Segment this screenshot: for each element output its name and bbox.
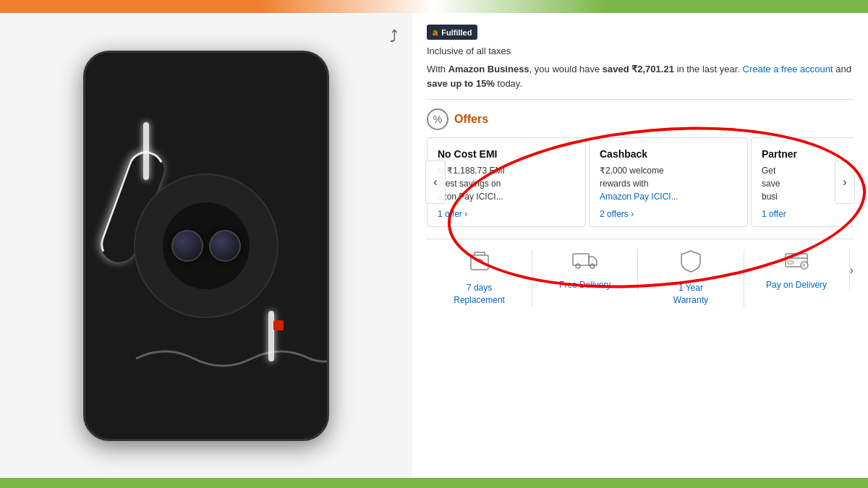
carousel-next-button[interactable]: › — [835, 160, 855, 204]
phone-image — [83, 51, 329, 441]
warranty-icon — [680, 249, 702, 278]
carousel-prev-button[interactable]: ‹ — [425, 160, 446, 204]
offer-cards-container: No Cost EMI to ₹1,188.73 EMI erest savin… — [427, 137, 854, 227]
service-replacement: 7 daysReplacement — [427, 249, 532, 307]
delivery-label: Free Delivery — [559, 279, 610, 291]
camera-housing — [163, 202, 250, 289]
delivery-icon — [572, 249, 598, 275]
business-savings-text: With Amazon Business, you would have sav… — [427, 62, 854, 90]
amazon-business-brand: Amazon Business — [448, 64, 529, 74]
service-nav-arrow[interactable]: › — [850, 249, 854, 277]
offers-title: Offers — [454, 113, 488, 126]
icici-link[interactable]: Amazon Pay ICICI... — [600, 192, 678, 202]
replacement-label: 7 daysReplacement — [454, 282, 505, 307]
emi-card-text: to ₹1,188.73 EMI erest savings on azon P… — [438, 164, 575, 203]
warranty-label: 1 YearWarranty — [673, 282, 708, 307]
camera-lens-2 — [209, 230, 241, 262]
divider-1 — [427, 99, 854, 100]
squiggle-design — [122, 337, 329, 380]
red-dot — [273, 320, 284, 330]
offer-card-cashback: Cashback ₹2,000 welcome rewards with Ama… — [589, 137, 748, 227]
pay-on-delivery-icon: ₹ — [784, 249, 809, 275]
left-arrow-icon: ‹ — [433, 176, 437, 189]
fulfilled-label: Fulfilled — [441, 28, 472, 37]
share-button[interactable]: ⤴ — [390, 27, 398, 46]
camera-lens-1 — [171, 230, 203, 262]
nav-arrow-icon: › — [850, 264, 854, 277]
saved-amount: saved ₹2,701.21 — [603, 64, 674, 74]
svg-point-2 — [576, 264, 580, 268]
offer-card-emi: No Cost EMI to ₹1,188.73 EMI erest savin… — [427, 137, 586, 227]
phone-body — [83, 51, 329, 441]
bottom-green-bar — [0, 478, 868, 488]
svg-rect-1 — [573, 254, 589, 265]
service-icons-row: 7 daysReplacement Free Delivery 1 YearWa… — [427, 239, 854, 307]
replacement-icon — [468, 249, 491, 278]
partner-card-title: Partner — [762, 148, 854, 160]
percent-symbol: % — [433, 114, 442, 125]
cashback-offer-link[interactable]: 2 offers › — [600, 209, 737, 219]
right-panel: a Fulfilled Inclusive of all taxes With … — [412, 13, 868, 478]
product-image-panel: ⤴ — [0, 13, 412, 478]
pay-delivery-label: Pay on Delivery — [766, 279, 827, 291]
partner-offer-link[interactable]: 1 offer — [762, 209, 854, 219]
service-warranty: 1 YearWarranty — [638, 249, 744, 307]
service-pay-delivery: ₹ Pay on Delivery — [744, 249, 850, 291]
offers-percent-icon: % — [427, 108, 448, 130]
create-account-link[interactable]: Create a free account — [743, 64, 833, 74]
service-delivery: Free Delivery — [532, 249, 638, 291]
amazon-logo: a — [433, 27, 438, 38]
offers-header: % Offers — [427, 108, 854, 130]
right-arrow-icon: › — [843, 176, 846, 189]
cashback-card-text: ₹2,000 welcome rewards with Amazon Pay I… — [600, 164, 737, 203]
inclusive-tax-text: Inclusive of all taxes — [427, 46, 854, 56]
emi-offer-link[interactable]: 1 offer › — [438, 209, 575, 219]
circular-module — [134, 174, 278, 318]
top-gradient-bar — [0, 0, 868, 13]
cashback-card-title: Cashback — [600, 148, 737, 160]
save-percent: save up to 15% — [427, 78, 495, 89]
svg-point-3 — [590, 264, 595, 268]
emi-card-title: No Cost EMI — [438, 148, 575, 160]
svg-rect-6 — [788, 261, 793, 264]
led-bar-top — [143, 122, 149, 180]
offer-cards-wrapper: ‹ No Cost EMI to ₹1,188.73 EMI erest sav… — [427, 137, 854, 227]
fulfilled-badge: a Fulfilled — [427, 25, 477, 40]
svg-rect-0 — [471, 255, 488, 270]
